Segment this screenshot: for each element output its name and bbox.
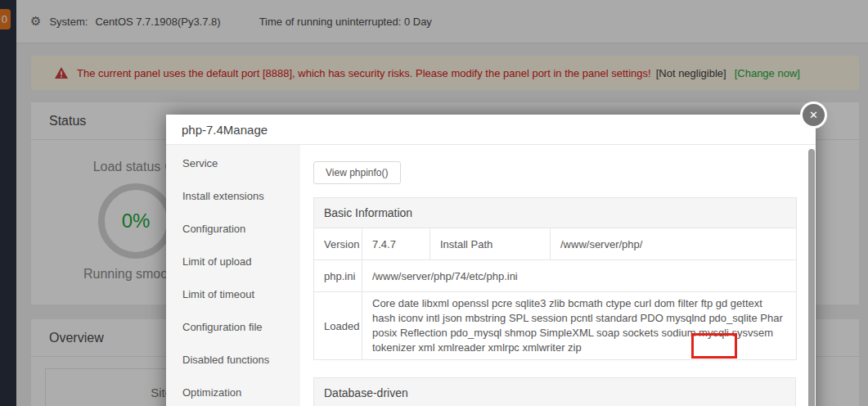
table-row: Version 7.4.7 Install Path /www/server/p… (314, 228, 797, 260)
install-path-label: Install Path (430, 228, 551, 260)
php-manage-modal: ✕ php-7.4Manage Service Install extensio… (166, 115, 816, 406)
nav-item-configuration[interactable]: Configuration (166, 213, 300, 246)
nav-item-limit-of-upload[interactable]: Limit of upload (166, 246, 300, 278)
nav-item-optimization[interactable]: Optimization (166, 377, 300, 406)
table-row: Loaded Core date libxml openssl pcre sql… (314, 292, 797, 360)
modal-nav: Service Install extensions Configuration… (166, 145, 300, 406)
basic-information-table: Basic Information Version 7.4.7 Install … (313, 197, 797, 360)
modal-content: View phpinfo() Basic Information Version… (300, 145, 816, 406)
basic-information-header: Basic Information (314, 198, 797, 228)
database-driven-header: Database-driven (314, 378, 795, 406)
nav-item-service[interactable]: Service (166, 147, 300, 180)
modal-scrollbar[interactable] (808, 149, 815, 406)
nav-item-disabled-functions[interactable]: Disabled functions (166, 344, 300, 377)
database-driven-section: Database-driven (313, 377, 796, 406)
install-path-value: /www/server/php/ (551, 228, 797, 260)
nav-item-configuration-file[interactable]: Configuration file (166, 311, 300, 344)
view-phpinfo-button[interactable]: View phpinfo() (313, 161, 401, 184)
nav-item-install-extensions[interactable]: Install extensions (166, 180, 300, 213)
phpini-value: /www/server/php/74/etc/php.ini (362, 260, 797, 292)
version-value: 7.4.7 (362, 228, 430, 260)
version-label: Version (314, 228, 362, 260)
loaded-modules: Core date libxml openssl pcre sqlite3 zl… (362, 292, 797, 360)
phpini-label: php.ini (314, 260, 362, 292)
loaded-label: Loaded (314, 292, 362, 360)
nav-item-limit-of-timeout[interactable]: Limit of timeout (166, 278, 300, 311)
close-icon[interactable]: ✕ (800, 102, 827, 129)
table-row: php.ini /www/server/php/74/etc/php.ini (314, 260, 797, 292)
modal-title: php-7.4Manage (166, 115, 816, 145)
